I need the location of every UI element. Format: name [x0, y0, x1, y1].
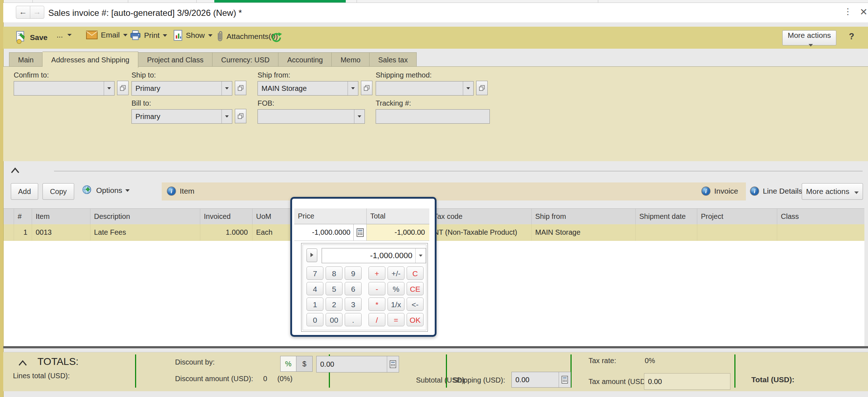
calc-key-divide[interactable]: /: [368, 313, 385, 326]
column-item[interactable]: Item: [32, 209, 90, 224]
calc-key-percent[interactable]: %: [388, 282, 404, 295]
back-button[interactable]: ←: [16, 6, 30, 19]
tab-main[interactable]: Main: [9, 52, 42, 68]
calc-key-1[interactable]: 1: [307, 297, 323, 311]
caret-down-icon[interactable]: [104, 81, 114, 95]
calc-key-8[interactable]: 8: [326, 266, 343, 280]
calc-key-4[interactable]: 4: [307, 282, 323, 295]
caret-down-icon[interactable]: [222, 81, 232, 95]
refresh-button[interactable]: [271, 32, 282, 45]
column-uom[interactable]: UoM: [252, 209, 294, 224]
ship-to-copy-button[interactable]: [235, 81, 246, 95]
cell-uom[interactable]: Each: [252, 224, 294, 241]
calc-key-ok[interactable]: OK: [407, 313, 424, 326]
caret-down-icon[interactable]: [354, 110, 364, 123]
open-calculator-button[interactable]: [387, 356, 399, 372]
cell-shipment-date[interactable]: [635, 224, 697, 241]
discount-percent-button[interactable]: %: [280, 356, 296, 372]
info-icon[interactable]: i: [750, 186, 759, 196]
calc-key-plusminus[interactable]: +/-: [388, 266, 404, 280]
column-description[interactable]: Description: [90, 209, 200, 224]
tab-addresses-and-shipping[interactable]: Addresses and Shipping: [42, 52, 138, 68]
bill-to-copy-button[interactable]: [235, 109, 246, 123]
options-dropdown[interactable]: Options: [82, 185, 130, 196]
email-dropdown[interactable]: Email: [86, 31, 127, 39]
calc-key-multiply[interactable]: *: [368, 297, 385, 311]
shipping-value-input[interactable]: 0.00: [511, 372, 571, 388]
confirm-to-combobox[interactable]: [14, 81, 115, 96]
tax-amount-input[interactable]: 0.00: [644, 373, 730, 390]
tab-accounting[interactable]: Accounting: [278, 52, 332, 68]
forward-button[interactable]: →: [30, 6, 44, 19]
discount-value-input[interactable]: 0.00: [316, 356, 399, 372]
more-actions-button[interactable]: More actions: [782, 30, 836, 45]
tab-project-and-class[interactable]: Project and Class: [138, 52, 212, 68]
info-icon[interactable]: i: [167, 186, 176, 196]
caret-down-icon[interactable]: [415, 248, 426, 263]
calc-key-clear[interactable]: C: [407, 266, 424, 280]
add-line-button[interactable]: Add: [11, 183, 38, 200]
calc-key-00[interactable]: 00: [326, 313, 343, 326]
help-button[interactable]: ?: [849, 31, 854, 41]
copy-line-button[interactable]: Copy: [42, 183, 74, 200]
price-edit-field[interactable]: -1,000.0000: [294, 224, 353, 241]
calc-key-9[interactable]: 9: [345, 266, 362, 280]
ship-from-copy-button[interactable]: [361, 81, 372, 95]
shipping-method-copy-button[interactable]: [476, 81, 488, 95]
collapse-section-button[interactable]: [10, 167, 20, 176]
print-dropdown[interactable]: Print: [130, 30, 167, 41]
column-shipment-date[interactable]: Shipment date: [635, 209, 697, 224]
caret-down-icon[interactable]: [463, 81, 473, 95]
lines-more-actions-button[interactable]: More actions: [802, 183, 863, 200]
column-project[interactable]: Project: [697, 209, 777, 224]
cell-description[interactable]: Late Fees: [90, 224, 200, 241]
calculator-display[interactable]: -1,000.0000: [322, 251, 415, 260]
close-icon[interactable]: ✕: [860, 6, 868, 18]
ship-from-combobox[interactable]: MAIN Storage: [258, 81, 358, 96]
cell-project[interactable]: [697, 224, 777, 241]
save-button[interactable]: Save: [16, 31, 48, 44]
cell-class[interactable]: [777, 224, 864, 241]
tab-sales-tax[interactable]: Sales tax: [370, 52, 417, 68]
calc-key-reciprocal[interactable]: 1/x: [388, 297, 404, 311]
more-save-options-dropdown[interactable]: ...: [57, 31, 72, 39]
open-calculator-button[interactable]: [353, 224, 366, 241]
calculator-submenu-button[interactable]: [307, 248, 317, 262]
calc-key-6[interactable]: 6: [345, 282, 362, 295]
info-icon[interactable]: i: [701, 186, 711, 196]
show-dropdown[interactable]: Show: [173, 30, 212, 41]
cell-tax-code[interactable]: NT (Non-Taxable Product): [430, 224, 531, 241]
calc-key-equals[interactable]: =: [388, 313, 404, 326]
confirm-to-copy-button[interactable]: [117, 81, 129, 95]
cell-item[interactable]: 0013: [32, 224, 90, 241]
calc-key-5[interactable]: 5: [326, 282, 343, 295]
collapse-totals-button[interactable]: [18, 359, 27, 368]
cell-invoiced[interactable]: 1.0000: [200, 224, 252, 241]
calc-key-0[interactable]: 0: [307, 313, 323, 326]
calc-key-ce[interactable]: CE: [407, 282, 424, 295]
tab-currency[interactable]: Currency: USD: [212, 52, 278, 68]
calc-key-minus[interactable]: -: [368, 282, 385, 295]
bottom-splitter[interactable]: [3, 346, 868, 348]
cell-ship-from[interactable]: MAIN Storage: [531, 224, 635, 241]
column-ship-from[interactable]: Ship from: [531, 209, 635, 224]
calc-key-decimal[interactable]: .: [345, 313, 362, 326]
discount-dollar-button[interactable]: $: [296, 356, 313, 372]
fob-combobox[interactable]: [258, 109, 365, 124]
open-calculator-button[interactable]: [559, 372, 571, 387]
kebab-menu-icon[interactable]: ⋮: [844, 6, 852, 17]
column-tax-code[interactable]: Tax code: [430, 209, 531, 224]
caret-down-icon[interactable]: [222, 110, 232, 123]
column-num[interactable]: #: [14, 209, 32, 224]
calc-key-3[interactable]: 3: [345, 297, 362, 311]
caret-down-icon[interactable]: [348, 81, 358, 95]
ship-to-combobox[interactable]: Primary: [131, 81, 232, 96]
bill-to-combobox[interactable]: Primary: [131, 109, 232, 124]
shipping-method-combobox[interactable]: [376, 81, 474, 96]
calc-key-2[interactable]: 2: [326, 297, 343, 311]
calc-key-backspace[interactable]: <-: [407, 297, 424, 311]
calc-key-7[interactable]: 7: [307, 266, 323, 280]
calc-key-plus[interactable]: +: [368, 266, 385, 280]
tracking-number-input[interactable]: [376, 109, 490, 124]
column-invoiced[interactable]: Invoiced: [200, 209, 252, 224]
